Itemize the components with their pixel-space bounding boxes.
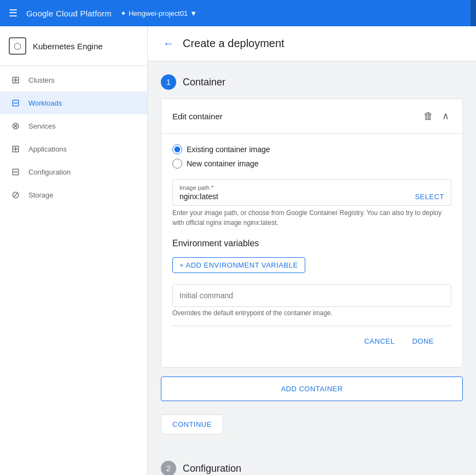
image-type-radio-group: Existing container image New container i… xyxy=(172,144,451,169)
sidebar-item-configuration[interactable]: ⊟ Configuration xyxy=(0,160,147,183)
sidebar: ⬡ Kubernetes Engine ⊞ Clusters ⊟ Workloa… xyxy=(0,26,148,475)
image-path-value: nginx:latest xyxy=(179,192,415,201)
storage-icon: ⊘ xyxy=(9,189,22,201)
image-path-hint: Enter your image path, or choose from Go… xyxy=(172,208,451,228)
chevron-down-icon: ▼ xyxy=(190,9,197,18)
initial-command-hint: Overrides the default entrypoint of the … xyxy=(172,309,451,317)
edit-container-card: Edit container 🗑 ∧ Existing container im… xyxy=(161,99,463,368)
sidebar-item-label: Services xyxy=(28,122,56,130)
services-icon: ⊗ xyxy=(9,120,22,132)
step2-section: 2 Configuration xyxy=(161,461,463,475)
new-image-radio-label[interactable]: New container image xyxy=(172,159,451,169)
page-title: Create a deployment xyxy=(183,37,285,50)
project-icon: ✦ xyxy=(120,9,126,18)
sidebar-product-name: Kubernetes Engine xyxy=(33,42,103,51)
new-image-label: New container image xyxy=(187,159,259,168)
sidebar-item-storage[interactable]: ⊘ Storage xyxy=(0,183,147,206)
step1-title: Container xyxy=(183,77,225,88)
sidebar-item-label: Workloads xyxy=(28,99,62,107)
step2-number: 2 xyxy=(161,461,176,475)
collapse-container-button[interactable]: ∧ xyxy=(440,108,451,124)
new-image-radio[interactable] xyxy=(172,159,182,169)
existing-image-radio[interactable] xyxy=(172,144,182,154)
select-image-button[interactable]: SELECT xyxy=(415,193,444,201)
existing-image-label: Existing container image xyxy=(187,145,270,154)
sidebar-divider xyxy=(0,66,147,66)
image-path-group: Image path * nginx:latest SELECT Enter y… xyxy=(172,179,451,228)
step2-header: 2 Configuration xyxy=(161,461,463,475)
sidebar-item-clusters[interactable]: ⊞ Clusters xyxy=(0,68,147,91)
sidebar-item-applications[interactable]: ⊞ Applications xyxy=(0,137,147,160)
kubernetes-icon: ⬡ xyxy=(9,37,26,55)
configuration-icon: ⊟ xyxy=(9,166,22,178)
sidebar-header: ⬡ Kubernetes Engine xyxy=(0,31,147,63)
sidebar-item-label: Configuration xyxy=(28,168,71,176)
step1-number: 1 xyxy=(161,74,176,90)
card-title: Edit container xyxy=(172,112,223,121)
main-content: ← Create a deployment 1 Container Edit c… xyxy=(148,26,476,475)
step2-title: Configuration xyxy=(183,463,241,474)
sidebar-item-workloads[interactable]: ⊟ Workloads xyxy=(0,91,147,114)
image-path-container: Image path * nginx:latest SELECT xyxy=(172,179,451,206)
workloads-icon: ⊟ xyxy=(9,97,22,109)
card-header: Edit container 🗑 ∧ xyxy=(161,99,462,134)
applications-icon: ⊞ xyxy=(9,143,22,155)
image-path-label: Image path * xyxy=(179,184,444,191)
clusters-icon: ⊞ xyxy=(9,74,22,86)
done-button[interactable]: DONE xyxy=(405,333,440,350)
add-env-var-button[interactable]: + ADD ENVIRONMENT VARIABLE xyxy=(172,257,305,273)
card-actions: 🗑 ∧ xyxy=(421,108,451,124)
sidebar-item-label: Applications xyxy=(28,145,67,153)
step1-header: 1 Container xyxy=(161,74,463,90)
page-content: 1 Container Edit container 🗑 ∧ xyxy=(148,61,476,475)
cancel-button[interactable]: CANCEL xyxy=(358,333,402,350)
project-selector[interactable]: ✦ Hengwei-project01 ▼ xyxy=(120,9,197,18)
card-body: Existing container image New container i… xyxy=(161,134,462,367)
project-name: Hengwei-project01 xyxy=(129,9,188,18)
sidebar-item-services[interactable]: ⊗ Services xyxy=(0,114,147,137)
sidebar-item-label: Storage xyxy=(28,191,54,199)
scrollbar xyxy=(471,0,476,26)
sidebar-item-label: Clusters xyxy=(28,76,55,84)
continue-button[interactable]: CONTINUE xyxy=(161,414,223,435)
topbar: ☰ Google Cloud Platform ✦ Hengwei-projec… xyxy=(0,0,476,26)
page-header: ← Create a deployment xyxy=(148,26,476,61)
step1-section: 1 Container Edit container 🗑 ∧ xyxy=(161,74,463,448)
topbar-logo: Google Cloud Platform xyxy=(26,9,112,18)
delete-container-button[interactable]: 🗑 xyxy=(421,108,436,124)
add-container-button[interactable]: ADD CONTAINER xyxy=(161,376,463,401)
card-footer: CANCEL DONE xyxy=(172,326,451,356)
back-button[interactable]: ← xyxy=(161,35,176,52)
existing-image-radio-label[interactable]: Existing container image xyxy=(172,144,451,154)
env-vars-title: Environment variables xyxy=(172,239,451,248)
initial-command-input[interactable] xyxy=(172,284,451,307)
image-path-row: nginx:latest SELECT xyxy=(179,192,444,201)
menu-icon[interactable]: ☰ xyxy=(9,7,18,19)
